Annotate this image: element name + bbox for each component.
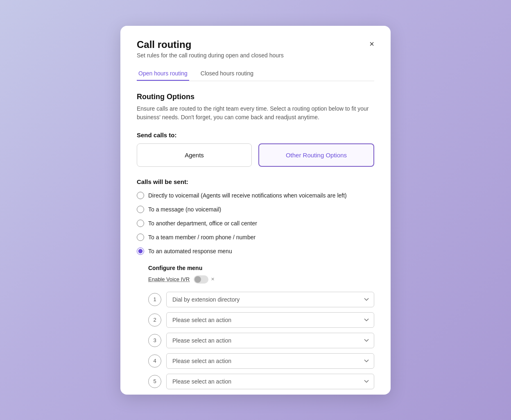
tab-closed-hours[interactable]: Closed hours routing [199, 67, 255, 81]
radio-voicemail-input[interactable] [137, 192, 144, 199]
radio-department[interactable]: To another department, office or call ce… [137, 220, 374, 227]
radio-automated-menu-label: To an automated response menu [148, 248, 232, 254]
menu-item-4-select[interactable]: Please select an action [166, 353, 374, 369]
menu-item-4-number: 4 [148, 354, 161, 368]
menu-item-1-select[interactable]: Dial by extension directory [166, 292, 374, 307]
routing-options-description: Ensure calls are routed to the right tea… [137, 104, 374, 122]
modal-title: Call routing [137, 39, 191, 50]
modal-subtitle: Set rules for the call routing during op… [137, 52, 374, 59]
menu-item-3-select[interactable]: Please select an action [166, 333, 374, 348]
send-calls-label: Send calls to: [137, 132, 374, 138]
menu-item-5-select[interactable]: Please select an action [166, 374, 374, 389]
menu-items-list: 1 Dial by extension directory 2 Please s… [148, 292, 374, 389]
radio-voicemail-label: Directly to voicemail (Agents will recei… [148, 192, 347, 199]
configure-menu-title: Configure the menu [148, 265, 374, 271]
menu-item-1-number: 1 [148, 293, 161, 306]
toggle-wrapper: ✕ [194, 275, 215, 284]
menu-item-2-row: 2 Please select an action [148, 312, 374, 328]
other-routing-options-button[interactable]: Other Routing Options [258, 143, 374, 167]
tabs-container: Open hours routing Closed hours routing [137, 67, 374, 81]
radio-department-input[interactable] [137, 220, 144, 227]
routing-options-title: Routing Options [137, 93, 374, 101]
enable-ivr-label: Enable Voice IVR [148, 276, 190, 282]
menu-item-3-number: 3 [148, 334, 161, 347]
menu-item-4-row: 4 Please select an action [148, 353, 374, 369]
calls-sent-radio-group: Directly to voicemail (Agents will recei… [137, 192, 374, 255]
calls-sent-label: Calls will be sent: [137, 178, 374, 185]
close-button[interactable]: × [369, 40, 374, 48]
menu-item-5-number: 5 [148, 375, 161, 388]
configure-menu-section: Configure the menu Enable Voice IVR ✕ 1 … [148, 265, 374, 389]
radio-team-member-input[interactable] [137, 234, 144, 241]
call-routing-modal: Call routing × Set rules for the call ro… [120, 26, 391, 395]
routing-options-buttons: Agents Other Routing Options [137, 143, 374, 167]
radio-voicemail[interactable]: Directly to voicemail (Agents will recei… [137, 192, 374, 199]
radio-automated-menu-input[interactable] [137, 247, 144, 255]
radio-team-member[interactable]: To a team member / room phone / number [137, 234, 374, 241]
menu-item-1-row: 1 Dial by extension directory [148, 292, 374, 307]
toggle-x-icon[interactable]: ✕ [211, 277, 215, 282]
menu-item-3-row: 3 Please select an action [148, 333, 374, 348]
radio-message-label: To a message (no voicemail) [148, 206, 221, 213]
radio-automated-menu[interactable]: To an automated response menu [137, 247, 374, 255]
agents-button[interactable]: Agents [137, 143, 252, 167]
modal-header: Call routing × [137, 39, 374, 50]
radio-message[interactable]: To a message (no voicemail) [137, 206, 374, 213]
radio-message-input[interactable] [137, 206, 144, 213]
enable-ivr-row: Enable Voice IVR ✕ [148, 275, 374, 284]
menu-item-5-row: 5 Please select an action [148, 374, 374, 389]
menu-item-2-select[interactable]: Please select an action [166, 312, 374, 328]
radio-department-label: To another department, office or call ce… [148, 220, 257, 227]
radio-team-member-label: To a team member / room phone / number [148, 234, 256, 241]
ivr-toggle[interactable] [194, 275, 208, 284]
menu-item-2-number: 2 [148, 313, 161, 327]
tab-open-hours[interactable]: Open hours routing [137, 67, 189, 81]
